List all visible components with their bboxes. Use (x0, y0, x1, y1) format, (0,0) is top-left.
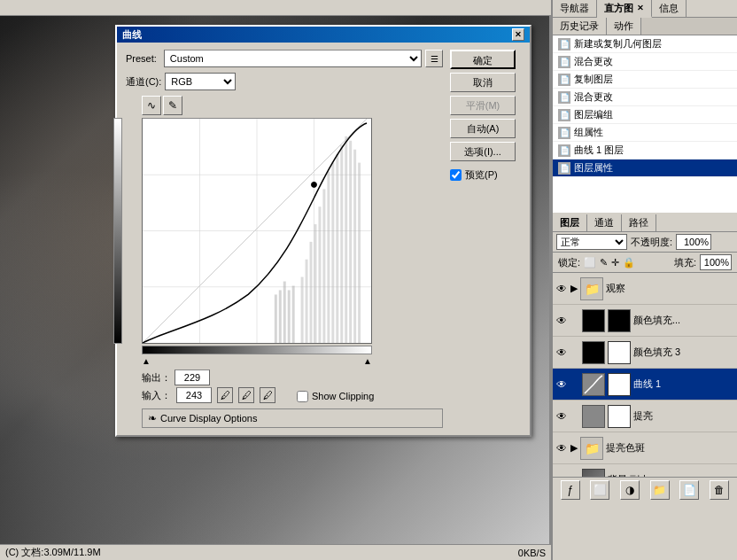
blend-mode-select[interactable]: 正常 (556, 234, 627, 250)
fill-input[interactable]: 100% (700, 254, 732, 270)
tab-actions[interactable]: 动作 (607, 18, 641, 35)
history-item-7[interactable]: 📄 图层属性 (553, 159, 737, 177)
black-eyedropper-button[interactable]: 🖊 (217, 387, 233, 403)
histogram-tab-close[interactable]: ✕ (637, 4, 644, 12)
svg-rect-22 (279, 290, 282, 343)
channel-dropdown[interactable]: RGB (165, 73, 236, 90)
preset-row: Preset: Custom ☰ (126, 50, 443, 67)
curves-left-panel: Preset: Custom ☰ 通道(C): RGB ∿ ✎ (126, 50, 443, 428)
preset-dropdown[interactable]: Custom (164, 50, 422, 67)
options-button[interactable]: 选项(I)... (450, 142, 516, 161)
input-value-input[interactable]: 243 (176, 387, 212, 403)
lock-label: 锁定: (558, 256, 580, 269)
lock-transparent-icon[interactable]: ⬜ (584, 257, 596, 268)
layer-name-tiqiangseban: 提亮色斑 (606, 441, 734, 455)
curve-pencil-tool-button[interactable]: ✎ (163, 96, 182, 115)
layer-expand-tiqiangseban[interactable]: ▶ (570, 442, 578, 454)
input-label: 输入： (142, 389, 171, 402)
history-icon-6: 📄 (558, 144, 570, 157)
cancel-button[interactable]: 取消 (450, 73, 516, 92)
curve-canvas[interactable] (142, 118, 372, 344)
right-panel: 导航器 直方图 ✕ 信息 历史记录 动作 📄 新建或复制几何图层 📄 混合更改 … (551, 0, 737, 560)
preset-label: Preset: (126, 53, 157, 64)
layer-eye-curves1[interactable]: 👁 (555, 378, 568, 391)
layer-item-guancha[interactable]: 👁 ▶ 📁 观察 (553, 273, 737, 305)
lock-image-icon[interactable]: ✎ (600, 257, 608, 268)
tab-histogram[interactable]: 直方图 ✕ (597, 0, 652, 18)
lock-position-icon[interactable]: ✛ (611, 257, 619, 268)
vertical-gradient-bar (113, 118, 122, 344)
layer-eye-tiqiangseban[interactable]: 👁 (555, 442, 568, 455)
smooth-button[interactable]: 平滑(M) (450, 96, 516, 115)
tab-navigator[interactable]: 导航器 (553, 0, 597, 17)
layer-eye-colorfill1[interactable]: 👁 (555, 315, 568, 327)
history-list: 📄 新建或复制几何图层 📄 混合更改 📄 复制图层 📄 混合更改 📄 图层编组 … (553, 35, 737, 213)
ok-button[interactable]: 确定 (450, 50, 516, 69)
horizontal-gradient-bar (142, 346, 372, 354)
svg-rect-17 (345, 136, 347, 343)
auto-button[interactable]: 自动(A) (450, 119, 516, 138)
layer-name-bg-copy: 背景 副本 (608, 473, 734, 477)
layer-item-bg-copy[interactable]: 👁 背景 副本 (553, 464, 737, 477)
layer-eye-tiqiang[interactable]: 👁 (555, 410, 568, 423)
layer-thumb-colorfill3 (582, 341, 605, 364)
show-clipping-label: Show Clipping (312, 391, 374, 401)
curve-display-toggle[interactable]: ❧ (148, 412, 157, 424)
layer-item-tiqiangseban[interactable]: 👁 ▶ 📁 提亮色斑 (553, 432, 737, 464)
right-arrow: ▲ (363, 356, 372, 366)
output-value-input[interactable]: 229 (175, 369, 210, 385)
preview-checkbox[interactable] (450, 169, 462, 181)
history-icon-0: 📄 (558, 38, 570, 51)
add-style-button[interactable]: ƒ (561, 480, 580, 500)
curve-display-options-row: ❧ Curve Display Options (142, 408, 443, 428)
layers-controls: 正常 不透明度: 100% (553, 232, 737, 253)
svg-rect-14 (331, 163, 334, 343)
layer-item-colorfill3[interactable]: 👁 颜色填充 3 (553, 337, 737, 369)
new-adjustment-button[interactable]: ◑ (620, 480, 640, 500)
layer-item-tiqiang[interactable]: 👁 提亮 (553, 401, 737, 432)
layer-expand-guancha[interactable]: ▶ (570, 283, 578, 294)
curves-close-button[interactable]: ✕ (512, 28, 524, 41)
lock-all-icon[interactable]: 🔒 (623, 257, 635, 268)
layer-mask-curves1 (608, 373, 631, 396)
layer-name-guancha: 观察 (606, 282, 734, 295)
tab-channels[interactable]: 通道 (587, 214, 622, 231)
layer-eye-guancha[interactable]: 👁 (555, 283, 568, 295)
tab-history[interactable]: 历史记录 (553, 18, 607, 35)
layers-tabs: 图层 通道 路径 (553, 214, 737, 232)
layer-mask-colorfill1 (608, 309, 631, 332)
history-icon-7: 📄 (558, 162, 570, 175)
history-item-1[interactable]: 📄 混合更改 (553, 53, 737, 71)
history-item-6[interactable]: 📄 曲线 1 图层 (553, 142, 737, 159)
history-item-3[interactable]: 📄 混合更改 (553, 89, 737, 106)
svg-rect-18 (349, 141, 352, 343)
svg-rect-13 (327, 172, 330, 343)
history-item-0[interactable]: 📄 新建或复制几何图层 (553, 35, 737, 53)
svg-rect-25 (292, 286, 295, 343)
history-item-5[interactable]: 📄 组属性 (553, 124, 737, 142)
tab-paths[interactable]: 路径 (622, 214, 656, 231)
add-mask-button[interactable]: ⬜ (590, 480, 609, 500)
preset-settings-button[interactable]: ☰ (425, 50, 443, 67)
tab-layers[interactable]: 图层 (553, 214, 587, 231)
opacity-input[interactable]: 100% (676, 234, 711, 250)
white-eyedropper-button[interactable]: 🖊 (260, 387, 275, 403)
data-rate-label: 0KB/S (518, 548, 546, 558)
history-item-4[interactable]: 📄 图层编组 (553, 106, 737, 124)
new-layer-button[interactable]: 📄 (679, 480, 699, 500)
history-item-2[interactable]: 📄 复制图层 (553, 71, 737, 89)
tab-info[interactable]: 信息 (652, 0, 687, 17)
layer-name-colorfill1: 颜色填充... (633, 314, 734, 327)
layer-name-colorfill3: 颜色填充 3 (633, 346, 734, 359)
history-icon-1: 📄 (558, 56, 570, 68)
delete-layer-button[interactable]: 🗑 (710, 480, 729, 500)
layer-eye-bg-copy[interactable]: 👁 (555, 474, 568, 478)
gray-eyedropper-button[interactable]: 🖊 (238, 387, 254, 403)
layer-eye-colorfill3[interactable]: 👁 (555, 346, 568, 359)
curve-edit-tool-button[interactable]: ∿ (142, 96, 161, 115)
channel-row: 通道(C): RGB (126, 73, 443, 90)
show-clipping-checkbox[interactable] (297, 391, 308, 402)
layer-item-curves1[interactable]: 👁 曲线 1 (553, 369, 737, 401)
layer-item-colorfill1[interactable]: 👁 颜色填充... (553, 305, 737, 337)
new-group-button[interactable]: 📁 (650, 480, 670, 500)
